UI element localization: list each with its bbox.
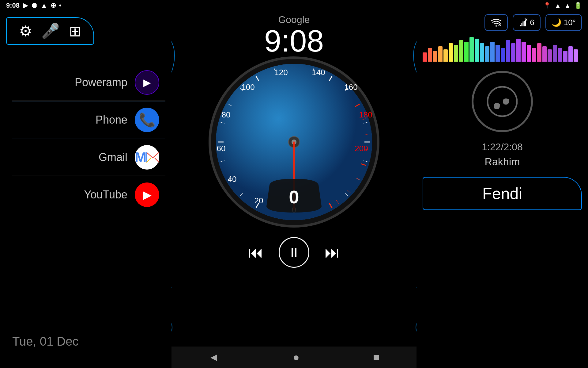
svg-text:20: 20 <box>254 196 263 205</box>
list-item-youtube[interactable]: YouTube ▶ <box>12 177 165 213</box>
center-time: 9:08 <box>264 25 324 56</box>
app-list: Poweramp ▶ Phone 📞 Gmail M <box>0 59 172 325</box>
eq-bar <box>511 43 515 62</box>
home-button[interactable]: ● <box>293 351 300 364</box>
moon-icon: 🌙 <box>552 18 561 27</box>
speedometer: 0 20 40 60 80 100 120 140 160 180 200 0 <box>205 53 383 231</box>
wifi-box[interactable] <box>484 14 508 31</box>
youtube-play-symbol: ▶ <box>143 188 152 201</box>
track-title-box: Fendi <box>423 177 582 210</box>
music-icon-wrap <box>417 71 588 132</box>
eq-bar <box>522 42 526 62</box>
eq-bar <box>454 45 458 62</box>
app-name-phone: Phone <box>96 113 127 126</box>
eq-bar <box>496 45 500 62</box>
next-button[interactable]: ⏭ <box>325 243 340 261</box>
recent-button[interactable]: ■ <box>373 351 380 364</box>
poweramp-icon[interactable]: ▶ <box>135 70 159 95</box>
phone-symbol: 📞 <box>139 112 156 128</box>
svg-text:200: 200 <box>355 144 368 153</box>
track-info: 1:22/2:08 Rakhim <box>417 138 588 171</box>
app-name-youtube: YouTube <box>84 188 127 201</box>
eq-bar <box>558 48 562 62</box>
svg-text:0: 0 <box>289 187 299 207</box>
eq-bar <box>480 43 484 62</box>
eq-bar <box>490 42 495 62</box>
battery-icon: 🔋 <box>574 2 582 9</box>
bookmark-icon: ⊕ <box>51 2 56 10</box>
eq-bar <box>433 51 437 62</box>
equalizer <box>423 37 582 62</box>
list-item-poweramp[interactable]: Poweramp ▶ <box>12 65 165 101</box>
track-title: Fendi <box>435 184 569 203</box>
status-right: 📍 ▲ ▲ 🔋 <box>543 2 582 9</box>
eq-bar <box>464 42 469 62</box>
eq-bar <box>428 48 432 62</box>
grid-icon[interactable]: ⊞ <box>69 22 81 40</box>
music-icon <box>472 71 533 132</box>
time-status: 9:08 <box>6 2 20 10</box>
back-button[interactable]: ◄ <box>208 351 219 364</box>
upload-icon: ▲ <box>41 2 47 10</box>
eq-bar <box>443 49 448 62</box>
eq-bar <box>563 51 567 62</box>
status-left: 9:08 ▶ ⏺ ▲ ⊕ • <box>6 2 62 10</box>
list-item-phone[interactable]: Phone 📞 <box>12 102 165 138</box>
eq-bar <box>548 49 552 62</box>
top-controls: ⚙ 🎤 ⊞ <box>6 17 165 54</box>
eq-bar <box>516 39 521 62</box>
left-panel: ⚙ 🎤 ⊞ Poweramp ▶ Phone 📞 Gmail M <box>0 11 172 358</box>
app-name-poweramp: Poweramp <box>75 76 127 89</box>
svg-point-60 <box>488 87 517 116</box>
eq-bar <box>475 39 479 62</box>
dot-icon: • <box>59 2 62 10</box>
eq-bar <box>501 48 505 62</box>
eq-bar <box>438 46 443 62</box>
eq-bar <box>485 46 489 62</box>
signal-icon: ▲ <box>564 2 571 9</box>
gmail-icon[interactable]: M <box>135 145 159 170</box>
pause-button[interactable]: ⏸ <box>279 237 309 268</box>
list-item-gmail[interactable]: Gmail M <box>12 140 165 175</box>
eq-bar <box>459 40 463 62</box>
eq-bar <box>542 46 547 62</box>
pause-icon: ⏸ <box>288 245 300 260</box>
svg-text:100: 100 <box>241 82 254 92</box>
controls-box: ⚙ 🎤 ⊞ <box>6 17 94 45</box>
eq-bar <box>532 48 536 62</box>
phone-icon[interactable]: 📞 <box>135 108 159 132</box>
prev-button[interactable]: ⏮ <box>248 243 263 261</box>
play-icon: ▶ <box>23 2 28 10</box>
eq-bar <box>553 45 557 62</box>
media-controls: ⏮ ⏸ ⏭ <box>248 237 340 268</box>
svg-text:80: 80 <box>222 110 231 119</box>
eq-bar <box>423 52 427 62</box>
settings-icon[interactable]: ⚙ <box>19 22 32 40</box>
center-top: Google 9:08 <box>264 11 324 59</box>
status-bar: 9:08 ▶ ⏺ ▲ ⊕ • 📍 ▲ ▲ 🔋 <box>0 0 588 11</box>
eq-bar <box>449 43 453 62</box>
top-right-icons: 6 🌙 10° <box>417 11 588 34</box>
sound-box[interactable]: 6 <box>513 14 540 31</box>
svg-text:60: 60 <box>217 144 226 153</box>
eq-bar <box>537 43 541 62</box>
nav-bar: ◄ ● ■ <box>172 347 417 368</box>
sound-level: 6 <box>530 18 534 27</box>
eq-bar <box>527 45 531 62</box>
eq-bar <box>506 40 510 62</box>
track-artist: Rakhim <box>423 156 582 168</box>
youtube-icon[interactable]: ▶ <box>135 182 159 207</box>
eq-bar <box>469 37 474 62</box>
right-panel: 6 🌙 10° 1:22/2:08 Rakhim Fendi <box>417 11 588 358</box>
temperature: 10° <box>564 18 576 27</box>
date-display: Tue, 01 Dec <box>0 325 172 358</box>
location-icon: 📍 <box>543 2 551 9</box>
stop-icon: ⏺ <box>31 2 38 10</box>
svg-text:140: 140 <box>312 68 325 77</box>
svg-text:160: 160 <box>344 82 357 92</box>
weather-box[interactable]: 🌙 10° <box>545 14 582 31</box>
wifi-status-icon: ▲ <box>555 2 561 9</box>
eq-bar <box>574 49 578 62</box>
center-panel: Google 9:08 <box>172 11 417 358</box>
mic-icon[interactable]: 🎤 <box>41 22 60 40</box>
